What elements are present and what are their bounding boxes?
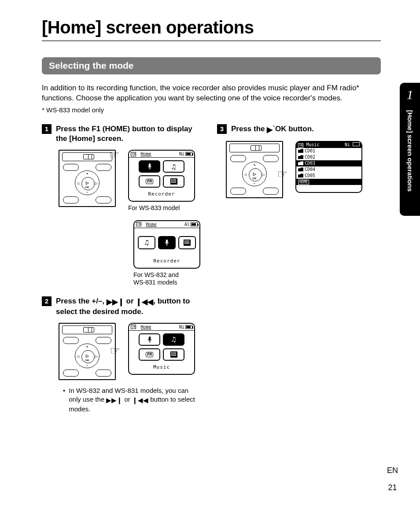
intro-text: In addition to its recording function, t…	[42, 83, 381, 103]
battery-type: Ni	[345, 142, 350, 147]
step-1-button-label: F1 (HOME)	[92, 125, 130, 133]
svg-rect-27	[171, 352, 172, 353]
device-panel-icon: + ▷ OK – ◁▷ ☜	[226, 141, 283, 198]
step-1-badge: 1	[42, 124, 52, 134]
lcd-mode-label: Music	[129, 363, 194, 372]
mode-calendar-icon	[163, 175, 184, 188]
figure-lcd-home-832: IN Home Al ♫ Recorder	[133, 220, 200, 287]
battery-type: Ni	[179, 325, 184, 329]
folder-icon	[298, 174, 303, 177]
caption-832: For WS-832 andWS-831 models	[133, 271, 179, 287]
step-1-pre: Press the	[56, 125, 92, 133]
figure-device-f1: + ▷ OK – ◁▷ ☜	[59, 150, 116, 212]
svg-rect-35	[171, 355, 172, 356]
svg-rect-7	[174, 181, 175, 181]
svg-rect-19	[186, 242, 187, 243]
figure-lcd-home-833: IN Home Ni ♫ FM	[128, 150, 195, 212]
svg-rect-37	[174, 355, 175, 356]
svg-rect-1	[171, 179, 172, 180]
battery-icon	[185, 325, 192, 329]
hand-pointer-icon: ☜	[110, 344, 120, 358]
step-1-home: Home	[72, 134, 92, 143]
lcd-mode-label: Recorder	[129, 190, 194, 199]
folder-row: CD05	[296, 173, 361, 179]
lcd-title: Home	[146, 222, 156, 227]
folder-icon	[298, 167, 303, 171]
svg-rect-15	[186, 240, 187, 241]
svg-rect-38	[175, 355, 176, 356]
mode-recorder-icon	[158, 236, 176, 249]
folder-icon	[298, 149, 303, 153]
footnote: * WS-833 model only	[42, 106, 420, 114]
mode-music-icon: ♫	[163, 160, 184, 173]
svg-rect-17	[188, 240, 189, 241]
svg-rect-10	[173, 182, 173, 183]
svg-rect-20	[187, 242, 188, 243]
lcd-title: Home	[140, 152, 151, 156]
svg-rect-33	[174, 354, 175, 355]
svg-rect-22	[184, 243, 185, 244]
battery-type: Ni	[179, 152, 184, 156]
step-2-note: • In WS-832 and WS-831 models, you can o…	[63, 386, 195, 414]
step-1-text: Press the F1 (HOME) button to display th…	[56, 124, 205, 144]
in-indicator: IN	[131, 152, 136, 156]
folder-label: CD02	[305, 155, 315, 159]
page-title: [Home] screen operations	[42, 18, 420, 37]
figure-lcd-music-list: IN Music Ni CD01CD02CD03CD04CD05 HOME	[295, 141, 362, 198]
folder-label: CD03	[305, 161, 315, 166]
svg-rect-25	[188, 243, 189, 244]
svg-rect-18	[184, 242, 185, 243]
battery-icon	[191, 222, 198, 226]
svg-rect-34	[175, 354, 176, 355]
svg-rect-6	[173, 181, 173, 181]
list-title: Music	[306, 142, 319, 147]
figure-device-dpad: + ▷ OK – ◁▷ ☜	[59, 323, 116, 380]
folder-row: CD03	[296, 160, 361, 166]
mode-calendar-icon	[178, 236, 196, 249]
svg-rect-14	[184, 240, 185, 241]
svg-rect-21	[188, 242, 189, 243]
title-rule	[42, 40, 381, 41]
mode-recorder-icon	[139, 160, 160, 173]
lcd-mode-label: Recorder	[134, 257, 199, 266]
rewind-icon: ❙◀◀	[136, 297, 153, 307]
mode-music-icon: ♫	[163, 333, 184, 346]
folder-label: CD01	[305, 148, 315, 153]
battery-icon	[185, 152, 192, 156]
in-indicator: IN	[131, 325, 136, 329]
svg-rect-5	[171, 181, 172, 181]
step-3-badge: 3	[217, 124, 227, 134]
chapter-label: [Home] screen operations	[406, 110, 414, 192]
svg-rect-24	[187, 243, 188, 244]
folder-row: CD01	[296, 148, 361, 154]
mode-fm-icon: FM	[139, 175, 160, 188]
caption-833: For WS-833 model	[128, 204, 180, 212]
page-number: 21	[387, 483, 398, 492]
svg-rect-23	[186, 243, 187, 244]
fast-forward-icon: ▶▶❙	[106, 396, 122, 405]
step-3: 3 Press the ▶`OK button. + ▷ OK	[217, 124, 380, 198]
chapter-tab: 1 [Home] screen operations	[400, 83, 420, 216]
folder-icon	[298, 161, 303, 165]
battery-icon	[353, 142, 360, 146]
step-2: 2 Press the +/–, ▶▶❙ or ❙◀◀, button to s…	[42, 296, 205, 414]
left-column: 1 Press the F1 (HOME) button to display …	[42, 124, 205, 419]
svg-rect-9	[171, 182, 172, 183]
folder-icon	[298, 155, 303, 159]
mode-calendar-icon	[163, 348, 184, 361]
play-icon: ▶	[267, 125, 273, 135]
svg-rect-32	[173, 354, 173, 355]
mode-recorder-icon	[139, 333, 160, 346]
in-indicator: IN	[136, 222, 141, 226]
language-code: EN	[387, 466, 398, 475]
step-2-text: Press the +/–, ▶▶❙ or ❙◀◀, button to sel…	[56, 296, 205, 317]
svg-rect-12	[175, 182, 176, 183]
folder-row: CD02	[296, 154, 361, 160]
page-footer: EN 21	[387, 466, 398, 492]
device-panel-icon: + ▷ OK – ◁▷ ☜	[59, 323, 116, 380]
svg-rect-16	[187, 240, 188, 241]
folder-label: CD04	[305, 167, 315, 172]
in-indicator: IN	[298, 143, 303, 148]
svg-rect-4	[175, 179, 176, 180]
svg-rect-3	[174, 179, 175, 180]
